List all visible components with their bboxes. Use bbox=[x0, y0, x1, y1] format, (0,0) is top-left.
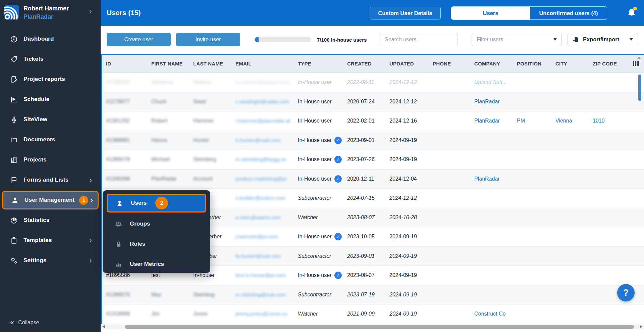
cell-first-name: Jim bbox=[151, 311, 193, 317]
cell-type: In-House user✓ bbox=[298, 272, 347, 279]
column-header-position[interactable]: POSITION bbox=[517, 61, 555, 66]
cell-email: product.marketing@pr bbox=[235, 176, 298, 182]
column-header-email[interactable]: EMAIL bbox=[235, 61, 298, 66]
tab-users[interactable]: Users bbox=[451, 7, 530, 19]
cell-created: 2024-07-15 bbox=[347, 195, 389, 201]
notification-badge: 2 bbox=[155, 197, 168, 209]
redacted-text: Michael bbox=[151, 156, 170, 162]
toolbar: Create user Invite user 7/100 In-house u… bbox=[101, 26, 644, 54]
cell-email: r.hammer@planradar.at bbox=[235, 118, 298, 124]
flyout-item-roles[interactable]: Roles bbox=[103, 234, 210, 254]
flyout-item-users[interactable]: Users2 bbox=[107, 194, 206, 212]
column-settings-icon[interactable] bbox=[633, 61, 639, 66]
column-header-id[interactable]: ID bbox=[106, 61, 151, 66]
filter-users-dropdown[interactable]: Filter users bbox=[472, 33, 562, 46]
cell-type: In-House user✓ bbox=[298, 137, 347, 144]
cell-company-link[interactable]: PlanRadar bbox=[474, 176, 500, 182]
sidebar-item-dashboard[interactable]: Dashboard bbox=[0, 29, 101, 49]
table-row[interactable]: #1388881HannaHunterh.hunter@mail.comIn-H… bbox=[101, 131, 644, 150]
table-row[interactable]: #1361292RobertHammerr.hammer@planradar.a… bbox=[101, 111, 644, 131]
table-row[interactable]: #1318899JimJonesjimmy.jones@const.coWatc… bbox=[101, 304, 644, 324]
table-row[interactable]: #1790242AdriannaNielsenrn.nielsen@upland… bbox=[101, 73, 644, 92]
cell-position: PM bbox=[517, 118, 555, 124]
column-header-zip-code[interactable]: ZIP CODE bbox=[593, 61, 629, 66]
create-user-button[interactable]: Create user bbox=[107, 33, 171, 46]
flyout-item-user-metrics[interactable]: User Metrics bbox=[103, 254, 210, 274]
flyout-item-groups[interactable]: Groups bbox=[103, 214, 210, 234]
column-header-updated[interactable]: UPDATED bbox=[389, 61, 433, 66]
cell-city-link[interactable]: Vienna bbox=[555, 118, 572, 124]
notifications-bell-icon[interactable] bbox=[627, 7, 637, 18]
sidebar-item-statistics[interactable]: Statistics bbox=[0, 210, 101, 230]
cell-type: In-House user bbox=[298, 99, 347, 105]
sidebar-item-label: Project reports bbox=[23, 76, 65, 83]
sidebar-item-documents[interactable]: Documents bbox=[0, 130, 101, 150]
help-button[interactable]: ? bbox=[617, 284, 635, 301]
table-row[interactable]: #1278977ChuckSeedc.seedright@radar.comIn… bbox=[101, 92, 644, 112]
cell-company: Construct Co bbox=[474, 311, 517, 317]
sidebar-item-settings[interactable]: Settings› bbox=[0, 250, 101, 271]
table-row[interactable]: #1345098PlanRadarAccountproduct.marketin… bbox=[101, 170, 644, 189]
table-row[interactable]: #1388676MazSteinbogm.steinbog@sub.comSub… bbox=[101, 285, 644, 305]
column-header-last-name[interactable]: LAST NAME bbox=[193, 61, 235, 66]
collapse-button[interactable]: « Collapse bbox=[10, 319, 39, 326]
redacted-text: Maz bbox=[151, 292, 161, 298]
sidebar-item-schedule[interactable]: Schedule bbox=[0, 89, 101, 109]
cell-company-link[interactable]: PlanRadar bbox=[474, 99, 500, 104]
account-user-name: Robert Hammer bbox=[23, 5, 69, 12]
cell-company-link[interactable]: Upland Soft... bbox=[474, 79, 507, 85]
cell-type: Subcontractor bbox=[298, 292, 347, 298]
export-import-button[interactable]: Export/Import bbox=[568, 33, 638, 46]
scroll-left-arrow-icon[interactable] bbox=[102, 325, 105, 328]
sidebar-item-forms-and-lists[interactable]: Forms and Lists› bbox=[0, 170, 101, 190]
verified-check-icon: ✓ bbox=[334, 175, 342, 183]
vertical-scrollbar-thumb[interactable] bbox=[638, 75, 641, 101]
column-header-phone[interactable]: PHONE bbox=[433, 61, 474, 66]
scroll-up-arrow-icon[interactable] bbox=[637, 56, 641, 59]
column-header-city[interactable]: CITY bbox=[555, 61, 593, 66]
sidebar-item-label: Statistics bbox=[23, 217, 50, 224]
custom-user-details-button[interactable]: Custom User Details bbox=[370, 7, 441, 19]
redacted-text: m.steinbog@sub.com bbox=[235, 292, 286, 298]
cell-email: a.stein@watch.com bbox=[235, 215, 298, 221]
cell-first-name: PlanRadar bbox=[151, 176, 193, 182]
cell-company: PlanRadar bbox=[474, 99, 517, 105]
ticket-icon bbox=[10, 55, 18, 63]
table-row[interactable]: #1389078MichaelSteinbergm.steinberg@bygg… bbox=[101, 150, 644, 170]
account-header[interactable]: Robert Hammer PlanRadar › bbox=[0, 0, 101, 29]
user-type-label: Subcontractor bbox=[298, 253, 331, 259]
tab-unconfirmed-users[interactable]: Unconfirmed users (4) bbox=[530, 7, 607, 19]
cell-last-name: Hammer bbox=[193, 118, 235, 124]
cell-company-link[interactable]: Construct Co bbox=[474, 311, 505, 317]
chevron-right-icon: › bbox=[89, 257, 92, 264]
column-header-company[interactable]: COMPANY bbox=[474, 61, 517, 66]
cell-type: In-House user✓ bbox=[298, 156, 347, 163]
cell-last-name: Jones bbox=[193, 311, 235, 317]
search-input[interactable] bbox=[380, 33, 458, 46]
cell-position-link[interactable]: PM bbox=[517, 118, 525, 124]
cell-zip-code-link[interactable]: 1010 bbox=[593, 118, 605, 124]
user-type-label: In-House user bbox=[298, 99, 332, 105]
column-header-created[interactable]: CREATED bbox=[347, 61, 389, 66]
redacted-text: c.seedright@radar.com bbox=[235, 99, 289, 105]
report-icon bbox=[10, 75, 18, 83]
cell-created: 2022-02-01 bbox=[347, 118, 389, 124]
sidebar-item-templates[interactable]: Templates› bbox=[0, 230, 101, 250]
sidebar-item-siteview[interactable]: SiteView bbox=[0, 109, 101, 130]
column-header-type[interactable]: TYPE bbox=[298, 61, 347, 66]
user-type-label: In-House user bbox=[298, 156, 332, 162]
cell-updated: 2024-12-12 bbox=[389, 195, 433, 201]
scroll-right-arrow-icon[interactable] bbox=[640, 325, 642, 328]
sidebar-item-tickets[interactable]: Tickets bbox=[0, 49, 101, 69]
invite-user-button[interactable]: Invite user bbox=[176, 33, 240, 46]
horizontal-scrollbar[interactable] bbox=[101, 324, 644, 329]
horizontal-scrollbar-thumb[interactable] bbox=[125, 325, 634, 329]
sidebar-item-projects[interactable]: Projects bbox=[0, 150, 101, 170]
cell-created: 2022-08-11 bbox=[347, 79, 389, 85]
sidebar-item-user-management[interactable]: User Management1› bbox=[2, 191, 99, 209]
cell-company-link[interactable]: PlanRadar bbox=[474, 118, 500, 124]
chevron-right-icon[interactable]: › bbox=[89, 7, 92, 15]
cell-id: #1388676 bbox=[106, 292, 151, 298]
column-header-first-name[interactable]: FIRST NAME bbox=[151, 61, 193, 66]
sidebar-item-project-reports[interactable]: Project reports bbox=[0, 69, 101, 89]
